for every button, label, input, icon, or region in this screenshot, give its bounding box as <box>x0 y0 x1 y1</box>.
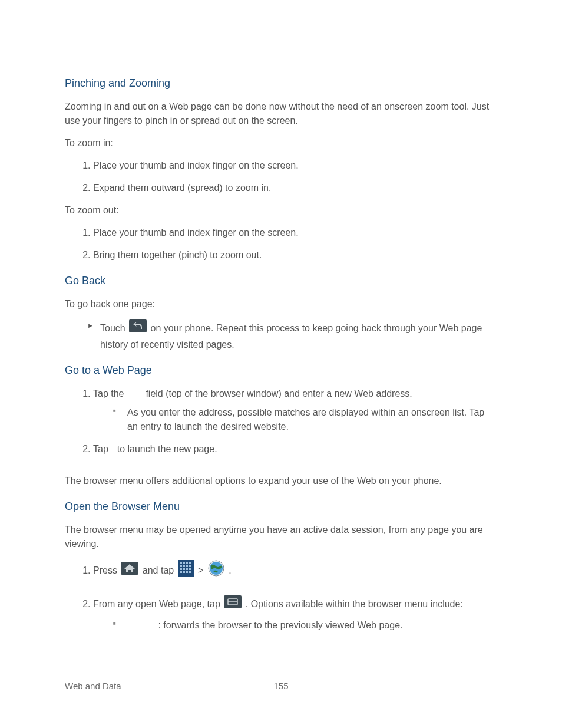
back-key-icon <box>129 319 147 337</box>
list-item: Bring them together (pinch) to zoom out. <box>93 248 497 262</box>
svg-rect-13 <box>186 568 188 570</box>
svg-rect-17 <box>186 571 188 573</box>
svg-rect-15 <box>180 571 182 573</box>
list-zoom-out: Place your thumb and index finger on the… <box>80 226 497 262</box>
heading-pinching-zooming: Pinching and Zooming <box>65 75 497 91</box>
svg-rect-0 <box>129 319 147 332</box>
svg-rect-16 <box>183 571 185 573</box>
svg-rect-11 <box>180 568 182 570</box>
text-field-rest: field (top of the browser window) and en… <box>146 388 412 398</box>
paragraph-pinch-intro: Zooming in and out on a Web page can be … <box>65 100 497 128</box>
heading-go-to-web-page: Go to a Web Page <box>65 363 497 378</box>
page-footer: Web and Data 155 <box>65 680 497 693</box>
footer-page-number: 155 <box>65 680 497 693</box>
text-and-tap: and tap <box>143 565 177 575</box>
text-forward-desc: : forwards the browser to the previously… <box>158 620 402 630</box>
list-go-to-web-page: Tap the field (top of the browser window… <box>80 387 497 456</box>
apps-grid-icon <box>178 560 194 581</box>
list-item: As you enter the address, possible match… <box>113 406 497 434</box>
svg-rect-18 <box>189 571 191 573</box>
page: Pinching and Zooming Zooming in and out … <box>0 0 562 728</box>
svg-rect-14 <box>189 568 191 570</box>
paragraph-open-menu-intro: The browser menu may be opened anytime y… <box>65 523 497 551</box>
svg-rect-12 <box>183 568 185 570</box>
heading-go-back: Go Back <box>65 273 497 289</box>
list-go-back: Touch on your phone. Repeat this process… <box>87 319 497 352</box>
text-period: . <box>229 565 231 575</box>
text-from-any: From any open Web page, tap <box>93 599 223 609</box>
text-tap-the: Tap the <box>93 388 127 398</box>
globe-browser-icon <box>207 559 225 581</box>
home-key-icon <box>121 562 138 579</box>
label-zoom-out: To zoom out: <box>65 203 497 218</box>
list-item: Place your thumb and index finger on the… <box>93 226 497 240</box>
svg-rect-21 <box>224 595 242 608</box>
list-item: : forwards the browser to the previously… <box>113 618 497 633</box>
paragraph-browser-menu-intro: The browser menu offers additional optio… <box>65 474 497 488</box>
list-item: Touch on your phone. Repeat this process… <box>87 319 497 352</box>
svg-rect-10 <box>189 565 191 567</box>
text-after-back-icon: on your phone. Repeat this process to ke… <box>100 323 482 350</box>
svg-rect-3 <box>180 562 182 564</box>
heading-open-browser-menu: Open the Browser Menu <box>65 499 497 515</box>
list-browser-options: : forwards the browser to the previously… <box>113 618 497 633</box>
paragraph-go-back-intro: To go back one page: <box>65 297 497 311</box>
list-item: From any open Web page, tap . Options av… <box>93 595 497 633</box>
svg-rect-6 <box>189 562 191 564</box>
svg-rect-8 <box>183 565 185 567</box>
text-tap: Tap <box>93 444 111 454</box>
svg-rect-5 <box>186 562 188 564</box>
list-sub-go-to: As you enter the address, possible match… <box>113 406 497 434</box>
text-touch: Touch <box>100 323 128 333</box>
list-item: Place your thumb and index finger on the… <box>93 159 497 173</box>
list-item: Tap to launch the new page. <box>93 442 497 456</box>
list-open-menu: Press and tap <box>80 559 497 633</box>
svg-rect-7 <box>180 565 182 567</box>
label-zoom-in: To zoom in: <box>65 136 497 150</box>
list-item: Expand them outward (spread) to zoom in. <box>93 181 497 195</box>
svg-rect-9 <box>186 565 188 567</box>
list-item: Press and tap <box>93 559 497 582</box>
text-greater-than: > <box>198 565 206 575</box>
text-options-available: . Options available within the browser m… <box>246 599 463 609</box>
text-press: Press <box>93 565 120 575</box>
text-launch-new: to launch the new page. <box>117 444 217 454</box>
list-item: Tap the field (top of the browser window… <box>93 387 497 434</box>
menu-key-icon <box>224 595 242 612</box>
list-zoom-in: Place your thumb and index finger on the… <box>80 159 497 195</box>
svg-rect-4 <box>183 562 185 564</box>
